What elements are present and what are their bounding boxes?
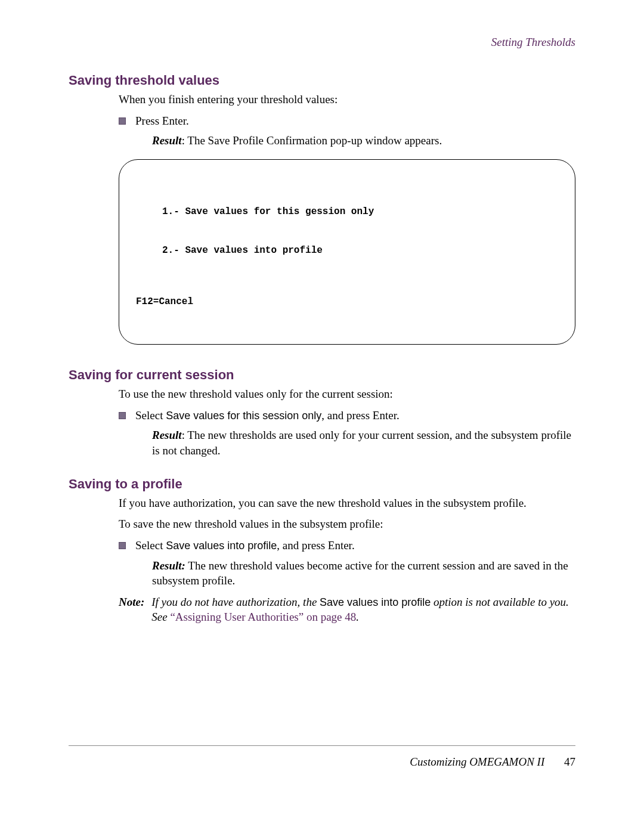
- footer-chapter-title: Customizing OMEGAMON II: [410, 755, 544, 768]
- result-text: : The new thresholds are used only for y…: [152, 429, 571, 457]
- bullet-pre: Select: [135, 409, 166, 422]
- ui-term-save-into-profile: Save values into profile: [166, 540, 277, 552]
- bullet-text: Select Save values into profile, and pre…: [135, 538, 575, 589]
- section2-body: To use the new threshold values only for…: [119, 386, 575, 459]
- list-item: Select Save values for this session only…: [119, 408, 575, 459]
- result-line: Result: The Save Profile Confirmation po…: [152, 133, 575, 148]
- terminal-popup: 1.- Save values for this gession only 2.…: [119, 159, 575, 345]
- list-item: Select Save values into profile, and pre…: [119, 538, 575, 589]
- result-label: Result: [152, 134, 182, 147]
- running-header: Setting Thresholds: [69, 36, 575, 49]
- note-label: Note:: [119, 594, 144, 610]
- bullet-text-content: Press Enter.: [135, 114, 189, 127]
- list-item: Press Enter. Result: The Save Profile Co…: [119, 113, 575, 148]
- note-pre: If you do not have authorization, the: [151, 596, 320, 608]
- section3-p2: To save the new threshold values in the …: [119, 516, 575, 532]
- footer-page-number: 47: [564, 755, 575, 768]
- popup-option-1: 1.- Save values for this gession only: [136, 206, 563, 219]
- footer: Customizing OMEGAMON II 47: [410, 755, 575, 769]
- page: Setting Thresholds Saving threshold valu…: [0, 0, 644, 833]
- ui-term-save-session-only: Save values for this session only: [166, 410, 321, 422]
- bullet-pre: Select: [135, 539, 166, 552]
- note-body: If you do not have authorization, the Sa…: [151, 594, 575, 625]
- popup-cancel: F12=Cancel: [136, 296, 563, 309]
- ui-term-save-into-profile-note: Save values into profile: [320, 596, 431, 608]
- bullet-post: , and press Enter.: [277, 539, 354, 552]
- heading-saving-to-profile: Saving to a profile: [69, 476, 575, 492]
- footer-rule: [69, 745, 575, 746]
- section3-body: If you have authorization, you can save …: [119, 496, 575, 625]
- popup-option-2: 2.- Save values into profile: [136, 244, 563, 258]
- result-label: Result:: [152, 559, 185, 572]
- result-text: The new threshold values become active f…: [152, 559, 568, 587]
- bullet-post: , and press Enter.: [321, 409, 399, 422]
- bullet-icon: [119, 542, 126, 549]
- section3-p1: If you have authorization, you can save …: [119, 496, 575, 511]
- bullet-icon: [119, 117, 126, 125]
- bullet-text: Press Enter. Result: The Save Profile Co…: [135, 113, 575, 148]
- section1-intro: When you finish entering your threshold …: [119, 92, 575, 107]
- result-text: : The Save Profile Confirmation pop-up w…: [182, 134, 442, 147]
- bullet-icon: [119, 412, 126, 419]
- section1-body: When you finish entering your threshold …: [119, 92, 575, 148]
- note-post: .: [356, 611, 359, 623]
- note-block: Note: If you do not have authorization, …: [119, 594, 575, 625]
- heading-saving-current-session: Saving for current session: [69, 367, 575, 383]
- section2-intro: To use the new threshold values only for…: [119, 386, 575, 402]
- cross-reference-link[interactable]: “Assigning User Authorities” on page 48: [170, 611, 356, 623]
- bullet-text: Select Save values for this session only…: [135, 408, 575, 459]
- heading-saving-threshold-values: Saving threshold values: [69, 73, 575, 88]
- result-line: Result: The new thresholds are used only…: [152, 428, 575, 458]
- result-line: Result: The new threshold values become …: [152, 558, 575, 589]
- result-label: Result: [152, 429, 182, 441]
